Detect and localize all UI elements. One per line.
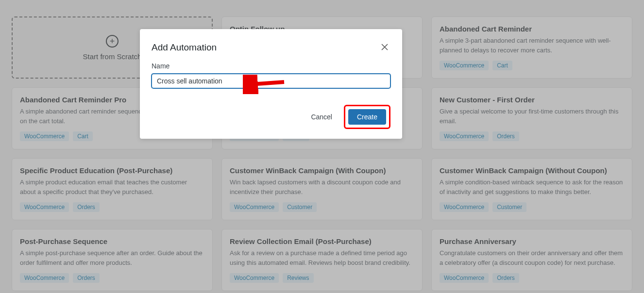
close-icon[interactable] [379,41,390,54]
create-button[interactable]: Create [348,109,386,125]
cancel-button[interactable]: Cancel [305,109,338,125]
create-highlight-annotation: Create [344,105,390,129]
automation-name-input[interactable] [152,74,390,88]
name-label: Name [152,62,390,70]
modal-title: Add Automation [152,42,217,53]
add-automation-modal: Add Automation Name Cancel Create [140,29,402,139]
